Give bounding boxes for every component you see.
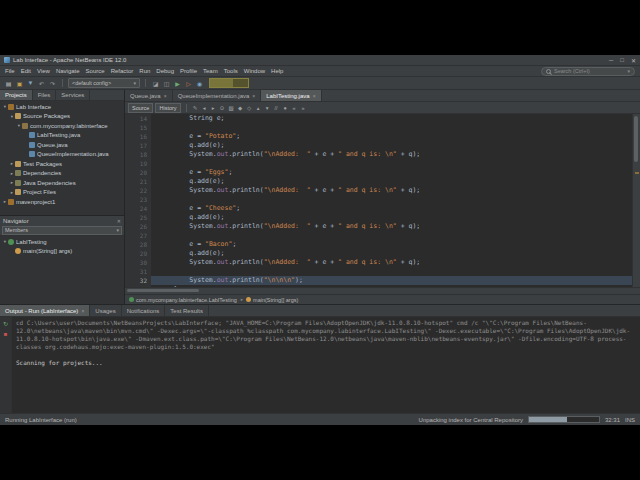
code-line-22[interactable]: 22 System.out.println("\nAdded: " + e + … — [125, 186, 633, 195]
menu-team[interactable]: Team — [203, 68, 218, 74]
menu-debug[interactable]: Debug — [156, 68, 174, 74]
build-project-icon[interactable]: ◪ — [151, 79, 160, 88]
code-line-17[interactable]: 17 q.add(e); — [125, 141, 633, 150]
tree-item-queue-java[interactable]: Queue.java — [0, 140, 124, 150]
menu-navigate[interactable]: Navigate — [56, 68, 80, 74]
code-line-30[interactable]: 30 System.out.println("\nAdded: " + e + … — [125, 258, 633, 267]
previous-error-icon[interactable]: ▴ — [255, 105, 262, 111]
tree-item-java-dependencies[interactable]: ▸Java Dependencies — [0, 178, 124, 188]
stop-icon[interactable]: ■ — [4, 331, 8, 337]
code-line-29[interactable]: 29 q.add(e); — [125, 249, 633, 258]
highlight-icon[interactable]: ▧ — [228, 105, 235, 111]
output-tab-test-results[interactable]: Test Results — [165, 305, 209, 316]
scrollbar-thumb[interactable] — [634, 116, 638, 162]
minimize-button[interactable]: ─ — [609, 57, 613, 64]
tree-item-test-packages[interactable]: ▸Test Packages — [0, 159, 124, 169]
menu-edit[interactable]: Edit — [21, 68, 31, 74]
macro-icon[interactable]: ● — [282, 105, 289, 111]
close-tab-icon[interactable]: × — [164, 93, 167, 99]
tree-item-project-files[interactable]: ▸Project Files — [0, 188, 124, 198]
menu-refactor[interactable]: Refactor — [111, 68, 134, 74]
code-line-20[interactable]: 20 e = "Eggs"; — [125, 168, 633, 177]
save-all-icon[interactable]: ▼ — [26, 79, 35, 88]
close-tab-icon[interactable]: × — [81, 308, 84, 314]
menu-view[interactable]: View — [37, 68, 50, 74]
horizontal-scrollbar[interactable] — [125, 287, 640, 294]
close-icon[interactable]: ✕ — [117, 218, 121, 224]
shift-left-icon[interactable]: « — [291, 105, 298, 111]
menu-help[interactable]: Help — [271, 68, 283, 74]
projects-tree[interactable]: ▾Lab Interface▾Source Packages▾com.mycom… — [0, 101, 124, 215]
scrollbar-thumb[interactable] — [127, 289, 199, 292]
clean-build-icon[interactable]: ◫ — [162, 79, 171, 88]
find-selection-icon[interactable]: ⊙ — [219, 105, 226, 111]
code-line-25[interactable]: 25 q.add(e); — [125, 213, 633, 222]
code-line-32[interactable]: 32 System.out.println("\n\n\n"); — [125, 276, 633, 285]
editor-tab-queueimplementation-java[interactable]: QueueImplementation.java× — [173, 90, 262, 101]
run-project-icon[interactable]: ▶ — [173, 79, 182, 88]
menu-run[interactable]: Run — [139, 68, 150, 74]
tree-item-queueimplementation-java[interactable]: QueueImplementation.java — [0, 150, 124, 160]
code-line-21[interactable]: 21 q.add(e); — [125, 177, 633, 186]
navigator-view-dropdown[interactable]: Members ▾ — [2, 226, 122, 235]
next-bookmark-icon[interactable]: ◇ — [246, 105, 253, 111]
output-text[interactable]: cd C:\Users\user\Documents\NetBeansProje… — [12, 317, 640, 413]
tree-item-main-string-args[interactable]: main(String[] args) — [0, 247, 124, 257]
profile-project-icon[interactable]: ◉ — [195, 79, 204, 88]
editor-tab-labitesting-java[interactable]: LabITesting.java× — [261, 90, 321, 101]
close-button[interactable]: ✕ — [631, 57, 636, 64]
menu-source[interactable]: Source — [86, 68, 105, 74]
navigator-tree[interactable]: ▾LabITestingmain(String[] args) — [0, 236, 124, 304]
code-editor[interactable]: 14 String e;1516 e = "Potato";17 q.add(e… — [125, 114, 640, 287]
tree-item-com-mycompany-labinterface[interactable]: ▾com.mycompany.labinterface — [0, 121, 124, 131]
output-tab-output-run-labinterface[interactable]: Output - Run (LabInterface)× — [0, 305, 90, 316]
new-file-icon[interactable]: ▤ — [4, 79, 13, 88]
next-error-icon[interactable]: ▾ — [264, 105, 271, 111]
panel-tab-files[interactable]: Files — [33, 90, 57, 100]
code-line-18[interactable]: 18 System.out.println("\nAdded: " + e + … — [125, 150, 633, 159]
progress-bar[interactable] — [528, 416, 600, 423]
search-box[interactable]: Search (Ctrl+I) ▾ — [541, 67, 635, 76]
tree-item-labitesting-java[interactable]: LabITesting.java — [0, 131, 124, 141]
tree-item-lab-interface[interactable]: ▾Lab Interface — [0, 102, 124, 112]
debug-project-icon[interactable]: ▷ — [184, 79, 193, 88]
previous-bookmark-icon[interactable]: ◆ — [237, 105, 244, 111]
menu-tools[interactable]: Tools — [224, 68, 238, 74]
close-tab-icon[interactable]: × — [313, 93, 316, 99]
config-dropdown[interactable]: <default config> ▾ — [68, 78, 140, 88]
menu-profile[interactable]: Profile — [180, 68, 197, 74]
last-edit-position-icon[interactable]: ✎ — [192, 105, 199, 111]
code-line-27[interactable]: 27 — [125, 231, 633, 240]
breadcrumb-item[interactable]: main(String[] args) — [253, 297, 298, 303]
code-line-24[interactable]: 24 e = "Cheese"; — [125, 204, 633, 213]
memory-gauge[interactable] — [209, 78, 249, 88]
editor-tab-queue-java[interactable]: Queue.java× — [125, 90, 173, 101]
breadcrumb-item[interactable]: com.mycompany.labinterface.LabITesting — [136, 297, 237, 303]
tree-item-labitesting[interactable]: ▾LabITesting — [0, 237, 124, 247]
code-line-16[interactable]: 16 e = "Potato"; — [125, 132, 633, 141]
code-line-28[interactable]: 28 e = "Bacon"; — [125, 240, 633, 249]
vertical-scrollbar[interactable] — [632, 114, 640, 287]
code-line-23[interactable]: 23 — [125, 195, 633, 204]
view-toggle-source[interactable]: Source — [128, 103, 153, 113]
toggle-comment-icon[interactable]: // — [273, 105, 280, 111]
output-tab-usages[interactable]: Usages — [90, 305, 121, 316]
view-toggle-history[interactable]: History — [155, 103, 180, 113]
maximize-button[interactable]: □ — [620, 57, 624, 64]
menu-window[interactable]: Window — [244, 68, 265, 74]
redo-icon[interactable]: ↷ — [48, 79, 57, 88]
open-project-icon[interactable]: ▣ — [15, 79, 24, 88]
tree-item-dependencies[interactable]: ▸Dependencies — [0, 169, 124, 179]
shift-right-icon[interactable]: » — [300, 105, 307, 111]
code-line-31[interactable]: 31 — [125, 267, 633, 276]
rerun-icon[interactable]: ↻ — [3, 321, 8, 327]
tree-item-mavenproject1[interactable]: ▸mavenproject1 — [0, 197, 124, 207]
code-line-14[interactable]: 14 String e; — [125, 114, 633, 123]
tree-item-source-packages[interactable]: ▾Source Packages — [0, 112, 124, 122]
panel-tab-services[interactable]: Services — [56, 90, 90, 100]
close-tab-icon[interactable]: × — [252, 93, 255, 99]
panel-tab-projects[interactable]: Projects — [0, 90, 33, 100]
code-line-19[interactable]: 19 — [125, 159, 633, 168]
code-line-26[interactable]: 26 System.out.println("\nAdded: " + e + … — [125, 222, 633, 231]
menu-file[interactable]: File — [5, 68, 15, 74]
